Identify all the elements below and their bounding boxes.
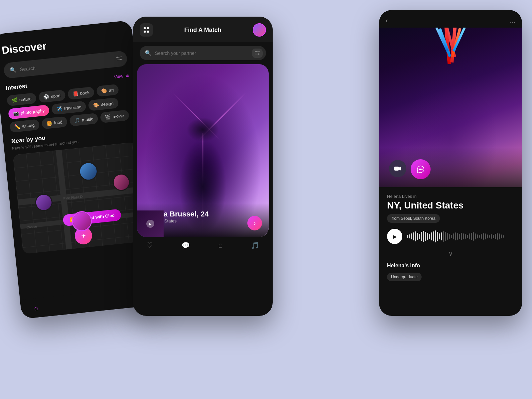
nav-home-icon-mid[interactable]: ⌂ [218,241,222,250]
svg-rect-7 [147,31,149,33]
more-options-icon[interactable]: ... [510,17,515,24]
tag-writing[interactable]: ✏️ writing [9,119,40,133]
video-call-button[interactable] [389,160,406,177]
location-title: NY, United States [387,200,514,211]
interests-container: 🌿 nature ⚽ sport 📕 book 🎨 art 📷 photogra… [7,83,134,133]
chevron-down-icon[interactable]: ∨ [387,249,514,257]
wave-bar [437,232,438,241]
middle-profile-avatar[interactable] [253,23,266,37]
wave-bar [503,235,504,238]
wave-bar [439,233,440,239]
nav-heart-icon[interactable]: ♡ [146,241,153,250]
wave-bar [479,235,480,238]
svg-point-14 [420,169,421,170]
card-thumbnail-bg: ▶ [137,210,164,237]
svg-rect-6 [144,31,146,33]
wave-bar [425,232,426,241]
info-chips-row: Undergraduate [387,273,514,281]
tag-photography[interactable]: 📷 photography [8,105,50,120]
middle-bottom-nav: ♡ 💬 ⌂ 🎵 [133,237,273,254]
map-label-costco: Costco [26,224,37,229]
svg-line-3 [116,59,122,60]
wave-bar [473,232,474,241]
tag-music[interactable]: 🎵 music [69,113,98,127]
wave-bar [407,235,408,238]
grid-icon[interactable] [140,23,153,37]
search-input-left[interactable] [20,56,121,72]
wave-bar [421,232,422,241]
middle-title: Find A Match [184,27,221,34]
wave-bar [441,232,442,240]
middle-phone: Find A Match 🔍 Helena Brussel, 24 [133,17,273,316]
wave-bar [413,232,414,240]
tag-movie[interactable]: 🎬 movie [100,110,129,123]
wave-bar [451,235,452,238]
nav-home-icon[interactable]: ⌂ [34,304,39,312]
nearby-section: Near by you People with same interest ar… [11,125,146,254]
svg-point-13 [419,169,420,170]
map-background: Pine Plaza Dr Costco [13,142,146,254]
wave-bar [461,233,462,240]
wave-bar [465,234,466,239]
wave-bar [431,232,432,240]
wave-bar [487,234,488,238]
wave-bar [419,234,420,239]
right-header: ‹ ... [379,10,522,28]
audio-player: ▶ [387,229,514,244]
wave-bar [495,234,496,239]
wave-bar [469,233,470,239]
info-chip-undergraduate: Undergraduate [387,273,422,281]
interest-title: Interest [5,82,28,92]
filter-icon-left[interactable] [116,56,123,62]
svg-rect-5 [147,27,149,29]
tag-design[interactable]: 🎨 design [88,97,119,111]
connect-button[interactable]: 📶 Connect with Cleo [63,209,122,226]
wave-bar [447,233,448,240]
wave-bar [467,235,468,238]
nav-music-icon[interactable]: 🎵 [251,241,259,249]
wave-bar [455,232,456,240]
nav-chat-icon[interactable]: 💬 [182,241,190,249]
tag-book[interactable]: 📕 book [67,86,94,100]
wave-bar [491,234,492,239]
avatar-pin-1[interactable] [78,161,99,182]
hero-image [379,28,522,187]
view-all-interests[interactable]: View all [114,73,129,79]
svg-line-1 [116,57,122,57]
card-thumbnail[interactable]: ▶ [137,210,164,237]
wave-bar [429,234,430,239]
search-input-middle[interactable] [155,51,261,56]
match-card[interactable]: Helena Brussel, 24 📍 United States 💼 Mod… [137,64,269,237]
thumbnail-play-icon[interactable]: ▶ [146,220,154,228]
wave-bar [493,235,494,238]
wave-bar [463,233,464,239]
tag-sport[interactable]: ⚽ sport [38,89,66,103]
chat-button[interactable] [411,159,431,179]
svg-rect-12 [394,167,399,171]
map-container: Pine Plaza Dr Costco [13,142,146,254]
wave-bar [433,231,434,241]
right-info-section: Helena Lives in NY, United States from S… [379,187,522,288]
wave-bar [489,235,490,238]
back-arrow-icon[interactable]: ‹ [386,17,388,24]
wave-bar [497,233,498,240]
search-icon-left: 🔍 [10,66,17,73]
wave-bar [427,233,428,240]
tag-art[interactable]: 🎨 art [96,84,119,97]
tag-nature[interactable]: 🌿 nature [7,93,37,106]
next-card-button[interactable]: › [247,216,262,230]
wave-bar [457,233,458,240]
wave-bar [475,233,476,239]
svg-rect-4 [144,27,146,29]
tag-food[interactable]: 🍔 food [41,116,67,129]
wave-bar [435,230,436,242]
play-button[interactable]: ▶ [387,229,402,244]
lives-in-label: Helena Lives in [387,194,514,199]
search-icon-middle: 🔍 [145,50,152,56]
filter-btn-middle[interactable] [252,49,263,58]
middle-search-bar[interactable]: 🔍 [140,46,266,60]
wave-bar [449,234,450,239]
wave-bar [443,231,444,242]
tag-travelling[interactable]: ✈️ travelling [51,101,86,115]
wave-bar [409,234,410,238]
